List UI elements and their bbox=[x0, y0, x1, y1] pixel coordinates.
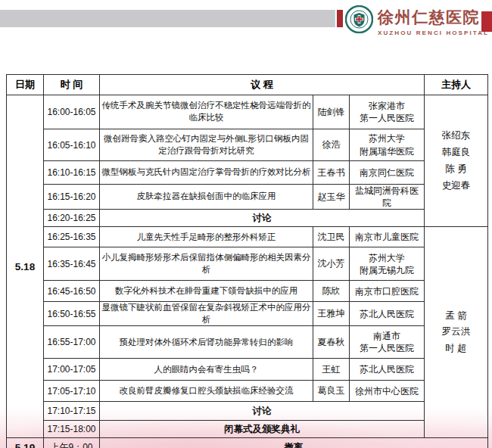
agenda-title: 数字化外科技术在腓骨重建下颌骨缺损中的应用 bbox=[100, 281, 313, 302]
agenda-title: 预处理对体外循环术后肾功能异常转归的影响 bbox=[100, 326, 313, 359]
speaker-name: 沈小芳 bbox=[313, 247, 350, 281]
speaker-hospital: 苏北人民医院 bbox=[350, 302, 425, 326]
speaker-hospital: 苏州大学 附属瑞华医院 bbox=[350, 129, 425, 161]
time-cell: 16:20-16:25 bbox=[44, 210, 100, 227]
table-row: 5.18 16:00-16:05 传统手术及腕关节镜微创治疗不稳定性桡骨远端骨折… bbox=[7, 95, 488, 129]
speaker-name: 赵玉华 bbox=[313, 185, 350, 210]
agenda-title: 微型钢板与克氏针内固定治疗掌骨骨折的疗效对比分析 bbox=[100, 161, 313, 185]
table-row: 17:00-17:05 人的眼睛内会有寄生虫吗？ 王虹 苏北人民医院 bbox=[7, 359, 488, 381]
table-row: 16:45-16:50 数字化外科技术在腓骨重建下颌骨缺损中的应用 陈欣 南京市… bbox=[7, 281, 488, 302]
hospital-name-cn: 徐州仁慈医院 bbox=[378, 7, 480, 28]
date-cell-519: 5.19 bbox=[7, 438, 44, 448]
top-banner: 徐州仁慈医院 XUZHOU RENCI HOSPITAL bbox=[0, 0, 492, 45]
table-row-closing: 17:15-18:00 闭幕式及颁奖典礼 bbox=[7, 421, 488, 438]
speaker-name: 王春书 bbox=[313, 161, 350, 185]
time-cell: 16:55-17:00 bbox=[44, 326, 100, 359]
table-row: 16:25-16:35 儿童先天性手足畸形的整形外科矫正 沈卫民 南京市儿童医院… bbox=[7, 227, 488, 247]
header-date: 日期 bbox=[7, 75, 44, 95]
table-row-discussion: 16:20-16:25 讨论 bbox=[7, 210, 488, 227]
header-agenda: 议 程 bbox=[100, 75, 425, 95]
host-group-1: 张绍东 韩庭良 陈 勇 史迎春 bbox=[425, 95, 488, 227]
speaker-hospital: 南京同仁医院 bbox=[350, 161, 425, 185]
date-cell-518: 5.18 bbox=[7, 95, 44, 438]
time-cell: 上午9：00 bbox=[44, 438, 100, 448]
speaker-name: 王雅坤 bbox=[313, 302, 350, 326]
speaker-hospital: 苏北人民医院 bbox=[350, 359, 425, 381]
speaker-name: 陆剑锋 bbox=[313, 95, 350, 129]
banner-blue-sliver bbox=[334, 10, 335, 27]
banner-gray-bar bbox=[0, 10, 334, 27]
table-row: 16:55-17:00 预处理对体外循环术后肾功能异常转归的影响 夏春秋 南通市… bbox=[7, 326, 488, 359]
time-cell: 16:45-16:50 bbox=[44, 281, 100, 302]
agenda-title: 改良前臂皮瓣修复口腔头颈缺损临床经验交流 bbox=[100, 381, 313, 402]
agenda-title: 皮肤牵拉器在缺损创面中的临床应用 bbox=[100, 185, 313, 210]
time-cell: 17:15-18:00 bbox=[44, 421, 100, 438]
time-cell: 16:35-16:45 bbox=[44, 247, 100, 281]
time-cell: 16:25-16:35 bbox=[44, 227, 100, 247]
speaker-name: 夏春秋 bbox=[313, 326, 350, 359]
hospital-brand: 徐州仁慈医院 XUZHOU RENCI HOSPITAL bbox=[378, 7, 480, 36]
time-cell: 17:05-17:10 bbox=[44, 381, 100, 402]
speaker-name: 陈欣 bbox=[313, 281, 350, 302]
time-cell: 16:50-16:55 bbox=[44, 302, 100, 326]
speaker-hospital: 张家港市 第一人民医院 bbox=[350, 95, 425, 129]
table-row-discussion: 17:10-17:15 讨论 bbox=[7, 402, 488, 421]
speaker-hospital: 苏州大学 附属无锡九院 bbox=[350, 247, 425, 281]
header-time: 时 间 bbox=[44, 75, 100, 95]
header-host: 主持人 bbox=[425, 75, 488, 95]
banner-red-accent-left bbox=[337, 10, 343, 27]
agenda-title: 显微镜下睫状前血管保留在复杂斜视矫正术中的应用分析 bbox=[100, 302, 313, 326]
banner-red-accent-right bbox=[481, 11, 492, 32]
speaker-hospital: 南通市 第一人民医院 bbox=[350, 326, 425, 359]
table-row: 16:35-16:45 小儿复拇畸形矫形术后保留指体侧偏畸形的相关因素分析 沈小… bbox=[7, 247, 488, 281]
speaker-hospital: 盐城同洲骨科医院 bbox=[350, 185, 425, 210]
time-cell: 17:00-17:05 bbox=[44, 359, 100, 381]
table-row: 17:05-17:10 改良前臂皮瓣修复口腔头颈缺损临床经验交流 葛良玉 徐州市… bbox=[7, 381, 488, 402]
conference-schedule-table: 日期 时 间 议 程 主持人 5.18 16:00-16:05 传统手术及腕关节… bbox=[6, 74, 488, 448]
time-cell: 16:05-16:10 bbox=[44, 129, 100, 161]
agenda-title: 人的眼睛内会有寄生虫吗？ bbox=[100, 359, 313, 381]
agenda-title: 儿童先天性手足畸形的整形外科矫正 bbox=[100, 227, 313, 247]
hospital-name-en: XUZHOU RENCI HOSPITAL bbox=[378, 30, 480, 36]
time-cell: 17:10-17:15 bbox=[44, 402, 100, 421]
host-group-2: 孟 箭 罗云洪 时 超 bbox=[425, 227, 488, 438]
speaker-hospital: 南京市口腔医院 bbox=[350, 281, 425, 302]
speaker-name: 徐浩 bbox=[313, 129, 350, 161]
departure-cell: 撤离 bbox=[100, 438, 488, 448]
hospital-seal-icon bbox=[345, 5, 373, 33]
speaker-name: 王虹 bbox=[313, 359, 350, 381]
discussion-cell: 讨论 bbox=[100, 210, 425, 227]
table-row: 16:50-16:55 显微镜下睫状前血管保留在复杂斜视矫正术中的应用分析 王雅… bbox=[7, 302, 488, 326]
table-row: 16:10-16:15 微型钢板与克氏针内固定治疗掌骨骨折的疗效对比分析 王春书… bbox=[7, 161, 488, 185]
closing-ceremony-cell: 闭幕式及颁奖典礼 bbox=[100, 421, 425, 438]
table-row-departure: 5.19 上午9：00 撤离 bbox=[7, 438, 488, 448]
discussion-cell: 讨论 bbox=[100, 402, 425, 421]
time-cell: 16:00-16:05 bbox=[44, 95, 100, 129]
speaker-name: 葛良玉 bbox=[313, 381, 350, 402]
table-row: 16:05-16:10 微创跗骨窦入路空心钉内固定与外侧L形切口钢板内固定治疗跟… bbox=[7, 129, 488, 161]
speaker-hospital: 南京市儿童医院 bbox=[350, 227, 425, 247]
time-cell: 16:10-16:15 bbox=[44, 161, 100, 185]
table-header-row: 日期 时 间 议 程 主持人 bbox=[7, 75, 488, 95]
speaker-name: 沈卫民 bbox=[313, 227, 350, 247]
time-cell: 16:15-16:20 bbox=[44, 185, 100, 210]
agenda-title: 微创跗骨窦入路空心钉内固定与外侧L形切口钢板内固定治疗跟骨骨折对比研究 bbox=[100, 129, 313, 161]
speaker-hospital: 徐州市中心医院 bbox=[350, 381, 425, 402]
agenda-title: 传统手术及腕关节镜微创治疗不稳定性桡骨远端骨折的临床比较 bbox=[100, 95, 313, 129]
agenda-title: 小儿复拇畸形矫形术后保留指体侧偏畸形的相关因素分析 bbox=[100, 247, 313, 281]
table-row: 16:15-16:20 皮肤牵拉器在缺损创面中的临床应用 赵玉华 盐城同洲骨科医… bbox=[7, 185, 488, 210]
